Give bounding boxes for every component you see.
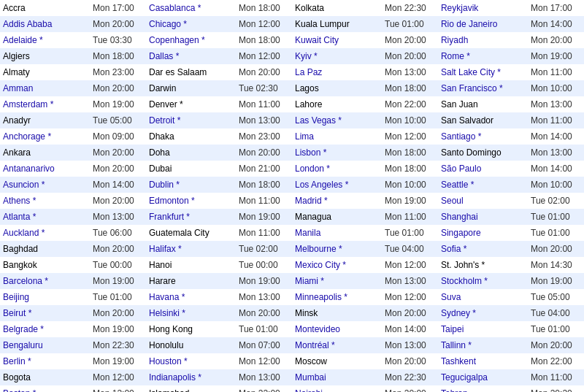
city-name[interactable]: Copenhagen * <box>149 35 205 45</box>
city-name[interactable]: Lima <box>295 131 314 142</box>
city-name[interactable]: Tallinn * <box>441 340 472 350</box>
city-name[interactable]: Edmonton * <box>149 196 195 206</box>
table-row: Atlanta *Mon 13:00Frankfurt *Mon 19:00Ma… <box>0 209 584 225</box>
city-name[interactable]: Chicago * <box>149 19 187 29</box>
city-name[interactable]: São Paulo <box>441 164 481 174</box>
time-cell: Mon 20:00 <box>236 64 292 80</box>
city-name[interactable]: Tegucigalpa <box>441 372 488 383</box>
city-cell: Tashkent <box>438 353 528 369</box>
city-name[interactable]: Detroit * <box>149 115 180 126</box>
city-name[interactable]: Beijing <box>3 292 29 302</box>
city-name[interactable]: Lisbon * <box>295 147 326 158</box>
city-name[interactable]: Berlin * <box>3 356 31 366</box>
city-name[interactable]: Tashkent <box>441 356 476 366</box>
city-cell: Amman <box>0 80 90 96</box>
city-name[interactable]: Anchorage * <box>3 131 51 142</box>
city-name[interactable]: Dallas * <box>149 51 179 61</box>
city-name[interactable]: Antananarivo <box>3 164 55 174</box>
city-name[interactable]: Riyadh <box>441 35 468 45</box>
city-name[interactable]: Santiago * <box>441 131 481 142</box>
city-name: Honolulu <box>149 340 183 350</box>
city-name[interactable]: Minneapolis * <box>295 292 347 302</box>
time-cell: Mon 20:00 <box>90 16 146 32</box>
city-name[interactable]: Asuncion * <box>3 180 45 190</box>
city-name[interactable]: Casablanca * <box>149 3 201 13</box>
city-name[interactable]: Mexico City * <box>295 260 346 270</box>
city-name[interactable]: Suva <box>441 292 461 302</box>
time-cell: Mon 17:00 <box>528 0 584 16</box>
city-name[interactable]: Tehran <box>441 388 468 392</box>
city-name[interactable]: Athens * <box>3 196 36 206</box>
city-name[interactable]: Nairobi <box>295 388 323 392</box>
city-name: Baghdad <box>3 244 38 254</box>
city-cell: Guatemala City <box>146 225 236 241</box>
time-cell: Mon 13:00 <box>528 96 584 112</box>
city-name[interactable]: Seattle * <box>441 180 474 190</box>
city-name[interactable]: Dublin * <box>149 180 180 190</box>
time-cell: Tue 04:00 <box>528 305 584 321</box>
city-name[interactable]: Atlanta * <box>3 212 36 222</box>
city-cell: Casablanca * <box>146 0 236 16</box>
city-name[interactable]: Rio de Janeiro <box>441 19 497 29</box>
city-name[interactable]: Miami * <box>295 276 324 286</box>
city-name[interactable]: La Paz <box>295 67 322 77</box>
city-cell: Kolkata <box>292 0 382 16</box>
table-row: Auckland *Tue 06:00Guatemala CityMon 11:… <box>0 225 584 241</box>
time-cell: Mon 22:00 <box>236 385 292 392</box>
time-cell: Mon 12:00 <box>382 257 438 273</box>
city-name[interactable]: Mumbai <box>295 372 326 383</box>
city-name[interactable]: Amman <box>3 83 33 93</box>
time-cell: Mon 19:00 <box>528 48 584 64</box>
city-name[interactable]: Frankfurt * <box>149 212 190 222</box>
city-name[interactable]: Shanghai <box>441 212 478 222</box>
city-name[interactable]: Rome * <box>441 51 470 61</box>
city-name[interactable]: Stockholm * <box>441 276 488 286</box>
city-name[interactable]: Montréal * <box>295 340 335 350</box>
city-name[interactable]: Sofia * <box>441 244 466 254</box>
city-name[interactable]: Montevideo <box>295 324 340 334</box>
city-name[interactable]: Auckland * <box>3 228 45 238</box>
table-row: BeijingTue 01:00Havana *Mon 13:00Minneap… <box>0 289 584 305</box>
city-cell: Chicago * <box>146 16 236 32</box>
time-cell: Mon 12:00 <box>236 353 292 369</box>
time-cell: Mon 22:30 <box>382 0 438 16</box>
city-cell: Dublin * <box>146 177 236 193</box>
city-name[interactable]: Adelaide * <box>3 35 43 45</box>
city-name[interactable]: Seoul <box>441 196 464 206</box>
city-cell: Beijing <box>0 289 90 305</box>
city-name[interactable]: Los Angeles * <box>295 180 348 190</box>
city-name: Lahore <box>295 99 322 109</box>
city-cell: Edmonton * <box>146 193 236 209</box>
city-name[interactable]: Salt Lake City * <box>441 67 501 77</box>
city-name[interactable]: Kuwait City <box>295 35 339 45</box>
city-name[interactable]: Las Vegas * <box>295 115 342 126</box>
city-name[interactable]: Kyiv * <box>295 51 318 61</box>
time-cell: Mon 18:00 <box>236 177 292 193</box>
city-name[interactable]: Madrid * <box>295 196 328 206</box>
city-name[interactable]: Manila <box>295 228 320 238</box>
time-cell: Mon 14:00 <box>528 161 584 177</box>
city-name[interactable]: Taipei <box>441 324 464 334</box>
city-name[interactable]: Singapore <box>441 228 481 238</box>
city-name[interactable]: Melbourne * <box>295 244 342 254</box>
city-name[interactable]: Helsinki * <box>149 308 185 318</box>
city-name: Santo Domingo <box>441 147 502 158</box>
time-cell: Tue 03:30 <box>90 32 146 48</box>
city-name[interactable]: Belgrade * <box>3 324 44 334</box>
city-name[interactable]: Barcelona * <box>3 276 48 286</box>
city-name[interactable]: Halifax * <box>149 244 182 254</box>
time-cell: Mon 19:00 <box>236 273 292 289</box>
city-name: St. John's * <box>441 260 485 270</box>
city-name[interactable]: Boston * <box>3 388 36 392</box>
city-name[interactable]: London * <box>295 164 330 174</box>
city-name[interactable]: Houston * <box>149 356 188 366</box>
city-name[interactable]: Indianapolis * <box>149 372 201 383</box>
city-name[interactable]: Sydney * <box>441 308 476 318</box>
city-name[interactable]: Amsterdam * <box>3 99 53 109</box>
city-name[interactable]: San Francisco * <box>441 83 503 93</box>
city-name[interactable]: Beirut * <box>3 308 31 318</box>
city-name[interactable]: Addis Ababa <box>3 19 52 29</box>
city-name[interactable]: Havana * <box>149 292 185 302</box>
city-name[interactable]: Reykjavik <box>441 3 478 13</box>
city-name[interactable]: Bengaluru <box>3 340 43 350</box>
